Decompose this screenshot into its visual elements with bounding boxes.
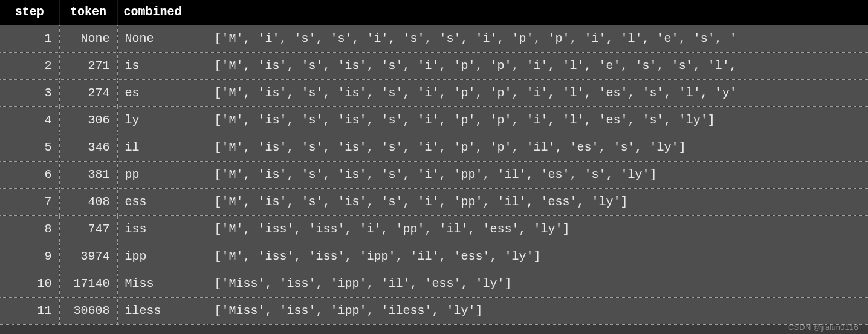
cell-token: 274 — [59, 80, 117, 107]
table-row: 4 306 ly ['M', 'is', 's', 'is', 's', 'i'… — [0, 107, 868, 134]
cell-token: 346 — [59, 134, 117, 162]
cell-step: 3 — [0, 80, 59, 107]
cell-step: 5 — [0, 134, 59, 162]
cell-token: None — [59, 25, 117, 53]
cell-token: 306 — [59, 107, 117, 134]
cell-combined: ly — [117, 107, 207, 134]
cell-token: 381 — [59, 162, 117, 189]
cell-list: ['M', 'is', 's', 'is', 's', 'i', 'p', 'p… — [207, 53, 868, 80]
table-row: 2 271 is ['M', 'is', 's', 'is', 's', 'i'… — [0, 53, 868, 80]
header-combined: combined — [117, 0, 207, 25]
table-row: 8 747 iss ['M', 'iss', 'iss', 'i', 'pp',… — [0, 216, 868, 243]
cell-step: 1 — [0, 25, 59, 53]
cell-combined: ipp — [117, 243, 207, 270]
bpe-steps-table: step token combined 1 None None ['M', 'i… — [0, 0, 868, 325]
cell-token: 30608 — [59, 298, 117, 325]
cell-combined: il — [117, 134, 207, 162]
table-row: 6 381 pp ['M', 'is', 's', 'is', 's', 'i'… — [0, 162, 868, 189]
cell-step: 11 — [0, 298, 59, 325]
table-row: 11 30608 iless ['Miss', 'iss', 'ipp', 'i… — [0, 298, 868, 325]
cell-token: 408 — [59, 189, 117, 216]
header-token: token — [59, 0, 117, 25]
cell-list: ['M', 'i', 's', 's', 'i', 's', 's', 'i',… — [207, 25, 868, 53]
cell-list: ['M', 'is', 's', 'is', 's', 'i', 'pp', '… — [207, 189, 868, 216]
cell-combined: is — [117, 53, 207, 80]
table-row: 7 408 ess ['M', 'is', 's', 'is', 's', 'i… — [0, 189, 868, 216]
cell-token: 17140 — [59, 270, 117, 298]
cell-step: 10 — [0, 270, 59, 298]
cell-step: 6 — [0, 162, 59, 189]
cell-step: 9 — [0, 243, 59, 270]
cell-combined: iless — [117, 298, 207, 325]
cell-step: 8 — [0, 216, 59, 243]
cell-combined: iss — [117, 216, 207, 243]
cell-step: 7 — [0, 189, 59, 216]
cell-step: 4 — [0, 107, 59, 134]
header-step: step — [0, 0, 59, 25]
table-row: 5 346 il ['M', 'is', 's', 'is', 's', 'i'… — [0, 134, 868, 162]
header-list — [207, 0, 868, 25]
cell-list: ['M', 'is', 's', 'is', 's', 'i', 'p', 'p… — [207, 107, 868, 134]
table-row: 1 None None ['M', 'i', 's', 's', 'i', 's… — [0, 25, 868, 53]
cell-combined: Miss — [117, 270, 207, 298]
cell-token: 271 — [59, 53, 117, 80]
cell-list: ['M', 'iss', 'iss', 'ipp', 'il', 'ess', … — [207, 243, 868, 270]
table-row: 10 17140 Miss ['Miss', 'iss', 'ipp', 'il… — [0, 270, 868, 298]
cell-list: ['M', 'iss', 'iss', 'i', 'pp', 'il', 'es… — [207, 216, 868, 243]
cell-list: ['M', 'is', 's', 'is', 's', 'i', 'pp', '… — [207, 162, 868, 189]
cell-list: ['Miss', 'iss', 'ipp', 'il', 'ess', 'ly'… — [207, 270, 868, 298]
cell-combined: es — [117, 80, 207, 107]
cell-combined: None — [117, 25, 207, 53]
cell-list: ['Miss', 'iss', 'ipp', 'iless', 'ly'] — [207, 298, 868, 325]
cell-combined: pp — [117, 162, 207, 189]
cell-token: 747 — [59, 216, 117, 243]
table-header-row: step token combined — [0, 0, 868, 25]
cell-token: 3974 — [59, 243, 117, 270]
cell-combined: ess — [117, 189, 207, 216]
cell-list: ['M', 'is', 's', 'is', 's', 'i', 'p', 'p… — [207, 134, 868, 162]
table-row: 9 3974 ipp ['M', 'iss', 'iss', 'ipp', 'i… — [0, 243, 868, 270]
table-body: 1 None None ['M', 'i', 's', 's', 'i', 's… — [0, 25, 868, 325]
table-row: 3 274 es ['M', 'is', 's', 'is', 's', 'i'… — [0, 80, 868, 107]
cell-list: ['M', 'is', 's', 'is', 's', 'i', 'p', 'p… — [207, 80, 868, 107]
cell-step: 2 — [0, 53, 59, 80]
